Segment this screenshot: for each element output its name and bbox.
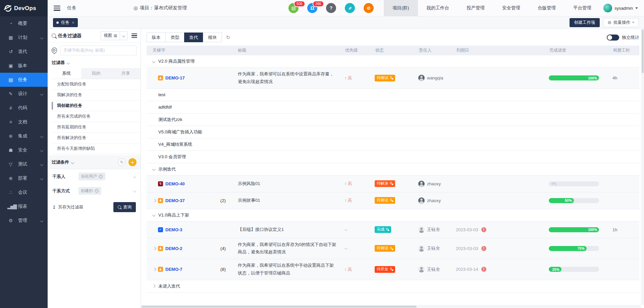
task-row[interactable]: ♟ DEMO-7 (8) 作为商家，我希望可以在系统中手动设置商品下架状态，以便… bbox=[147, 259, 639, 280]
group-row[interactable]: V4_商城结算系统 bbox=[147, 138, 639, 151]
sidebar-item-overview[interactable]: ◔ 概要 bbox=[0, 16, 48, 30]
group-row[interactable]: V2.0 商品属性管理 bbox=[147, 55, 639, 68]
task-row[interactable]: ♟ DEMO-37 (2) 示例故事01 ↑高 待测试 zhaoxy ! 50% bbox=[147, 192, 639, 209]
sidebar-item-test[interactable]: ▽ 测试 bbox=[0, 157, 48, 171]
create-workitem-button[interactable]: 创建工作项 bbox=[570, 18, 600, 27]
save-filter-link[interactable]: ↧ 另存为过滤器 bbox=[52, 204, 83, 210]
notice-bell-icon[interactable]: Ω 286 bbox=[307, 3, 317, 13]
location-pin-icon[interactable] bbox=[51, 47, 58, 54]
sidebar-item-design[interactable]: ✎ 设计 bbox=[0, 87, 48, 101]
task-key-link[interactable]: DEMO-3 bbox=[165, 227, 182, 232]
sidebar-item-meeting[interactable]: ∴ 会议 bbox=[0, 185, 48, 199]
sidebar-item-deploy[interactable]: ⊕ 部署 bbox=[0, 171, 48, 185]
add-condition-button[interactable]: + bbox=[128, 158, 137, 166]
status-badge[interactable]: 待测试 bbox=[375, 75, 395, 81]
task-row[interactable]: ♟ DEMO-17 作为商家，我希望可以在系统中设置商品库存量，避免出现超卖情况… bbox=[147, 68, 639, 89]
group-row[interactable]: 示例迭代 bbox=[147, 163, 639, 176]
task-row[interactable]: ✓ DEMO-3 【后端】接口协议定义1 -- 完成 王钰全 2023-03-0… bbox=[147, 222, 639, 238]
filter-list-item[interactable]: 我创建的任务 bbox=[52, 101, 141, 111]
horizontal-scrollbar[interactable] bbox=[141, 305, 641, 308]
group-chevron-icon[interactable] bbox=[152, 168, 156, 171]
task-row[interactable]: ↯ DEMO-40 示例风险01 ↑高 待解决 zhaoxy ! 0% bbox=[147, 176, 639, 192]
sidebar-item-security[interactable]: ☗ 安全 bbox=[0, 143, 48, 157]
filter-list-item[interactable]: 所有今天新增的缺陷 bbox=[52, 143, 141, 154]
hamburger-menu-icon[interactable] bbox=[54, 6, 60, 11]
task-row[interactable]: ♟ DEMO-2 (4) 作为商家，我希望可以在库存为0的情况下自动下架商品，避… bbox=[147, 238, 639, 259]
help-icon[interactable]: ? bbox=[326, 3, 336, 13]
open-tab-task[interactable]: 任务 ✕ bbox=[53, 18, 78, 27]
task-key-link[interactable]: DEMO-7 bbox=[165, 267, 182, 272]
group-row[interactable]: V3.0 会员管理 bbox=[147, 151, 639, 163]
sidebar-item-iteration[interactable]: ↺ 迭代 bbox=[0, 45, 48, 59]
keyword-search-input[interactable] bbox=[60, 46, 137, 55]
expand-chevron-icon[interactable] bbox=[153, 247, 156, 250]
chevron-down-icon[interactable] bbox=[133, 175, 137, 178]
filter-list-item[interactable]: 所有未完成的任务 bbox=[52, 111, 141, 122]
filter-list-item[interactable]: 所有延期的任务 bbox=[52, 122, 141, 133]
filters-section-toggle[interactable]: 过滤器 bbox=[48, 58, 141, 68]
refresh-icon[interactable]: ↻ bbox=[226, 35, 230, 41]
filter-tab[interactable]: 我的 bbox=[81, 68, 111, 79]
vertical-scrollbar[interactable] bbox=[641, 29, 644, 305]
status-badge[interactable]: 完成 bbox=[375, 226, 391, 233]
task-key-link[interactable]: DEMO-2 bbox=[165, 246, 182, 251]
remove-tag-icon[interactable]: ✕ bbox=[99, 174, 103, 179]
task-key-link[interactable]: DEMO-37 bbox=[165, 198, 185, 203]
task-key-link[interactable]: DEMO-40 bbox=[165, 181, 185, 186]
panel-menu-icon[interactable] bbox=[131, 34, 137, 38]
topnav-item[interactable]: 安全管理 bbox=[493, 0, 529, 16]
reset-conditions-icon[interactable]: ↻ bbox=[118, 159, 125, 166]
expand-chevron-icon[interactable] bbox=[153, 199, 156, 202]
topnav-item[interactable]: 合版管理 bbox=[529, 0, 565, 16]
sidebar-item-doc[interactable]: ≡ 文档 bbox=[0, 115, 48, 129]
sidebar-item-task[interactable]: ▤ 任务 bbox=[0, 73, 48, 87]
link-icon[interactable]: ∞ bbox=[345, 3, 355, 13]
topnav-item[interactable]: 平台管理 bbox=[565, 0, 600, 16]
status-badge[interactable]: 待测试 bbox=[375, 197, 395, 204]
remove-tag-icon[interactable]: ✕ bbox=[95, 189, 99, 193]
filter-list-item[interactable]: 所有解决的任务 bbox=[52, 133, 141, 143]
project-switcher[interactable]: ◎ 项目：瀑布式研发管理 bbox=[133, 5, 187, 11]
group-row[interactable]: V1.0商品上下架 bbox=[147, 209, 639, 222]
status-badge[interactable]: 待测试 bbox=[375, 245, 395, 252]
task-key-link[interactable]: DEMO-17 bbox=[165, 75, 185, 80]
sidebar-item-report[interactable]: ▂▅▇ 报表 bbox=[0, 199, 48, 213]
topnav-item[interactable]: 项目(群) bbox=[384, 0, 418, 16]
topnav-item[interactable]: 投产管理 bbox=[458, 0, 493, 16]
filter-list-item[interactable]: 我解决的任务 bbox=[52, 90, 141, 101]
group-chevron-icon[interactable] bbox=[152, 60, 156, 63]
close-tab-icon[interactable]: ✕ bbox=[72, 21, 74, 24]
group-row[interactable]: test bbox=[147, 89, 639, 101]
independent-stats-toggle[interactable] bbox=[607, 35, 619, 41]
batch-actions-button[interactable]: ⚙ 批量操作 bbox=[603, 18, 639, 27]
filter-list-item[interactable]: 分配给我的任务 bbox=[52, 79, 141, 90]
status-badge[interactable]: 待开发 bbox=[375, 266, 395, 273]
sidebar-item-version[interactable]: ▣ 版本 bbox=[0, 59, 48, 73]
group-chevron-icon[interactable] bbox=[152, 285, 156, 288]
filter-tab[interactable]: 共享 bbox=[111, 68, 141, 79]
view-select[interactable]: 视图 ⊞ bbox=[101, 31, 127, 40]
app-logo[interactable]: DevOps bbox=[0, 0, 48, 16]
sidebar-item-admin[interactable]: ⚙ 管理 bbox=[0, 213, 48, 228]
group-chevron-icon[interactable] bbox=[152, 213, 156, 217]
query-button[interactable]: 查询 bbox=[113, 202, 136, 212]
forbidden-icon[interactable]: ⊘ bbox=[364, 3, 374, 13]
group-row[interactable]: 测试迭代zzk bbox=[147, 114, 639, 126]
group-by-tab[interactable]: 版本 bbox=[147, 33, 166, 42]
topnav-item[interactable]: 我的工作台 bbox=[418, 0, 458, 16]
filter-tab[interactable]: 系统 bbox=[52, 68, 81, 79]
sidebar-item-integration[interactable]: ⊛ 集成 bbox=[0, 129, 48, 143]
group-by-tab[interactable]: 迭代 bbox=[184, 33, 203, 42]
group-by-tab[interactable]: 模块 bbox=[203, 33, 222, 42]
status-badge[interactable]: 待解决 bbox=[375, 180, 395, 187]
chevron-down-icon[interactable] bbox=[133, 189, 137, 193]
group-row[interactable]: adfdfdf bbox=[147, 101, 639, 114]
wiki-doc-icon[interactable]: ▤ 506 bbox=[288, 3, 299, 13]
user-menu[interactable]: sysadmin bbox=[600, 4, 644, 12]
expand-chevron-icon[interactable] bbox=[153, 268, 156, 271]
group-row[interactable]: V5.0商城广告插入功能 bbox=[147, 126, 639, 138]
group-row[interactable]: 未进入迭代 bbox=[147, 280, 639, 293]
sidebar-item-plan[interactable]: ▦ 计划 bbox=[0, 30, 48, 45]
sidebar-item-code[interactable]: ‹/› 代码 bbox=[0, 101, 48, 115]
group-by-tab[interactable]: 类型 bbox=[165, 33, 184, 42]
